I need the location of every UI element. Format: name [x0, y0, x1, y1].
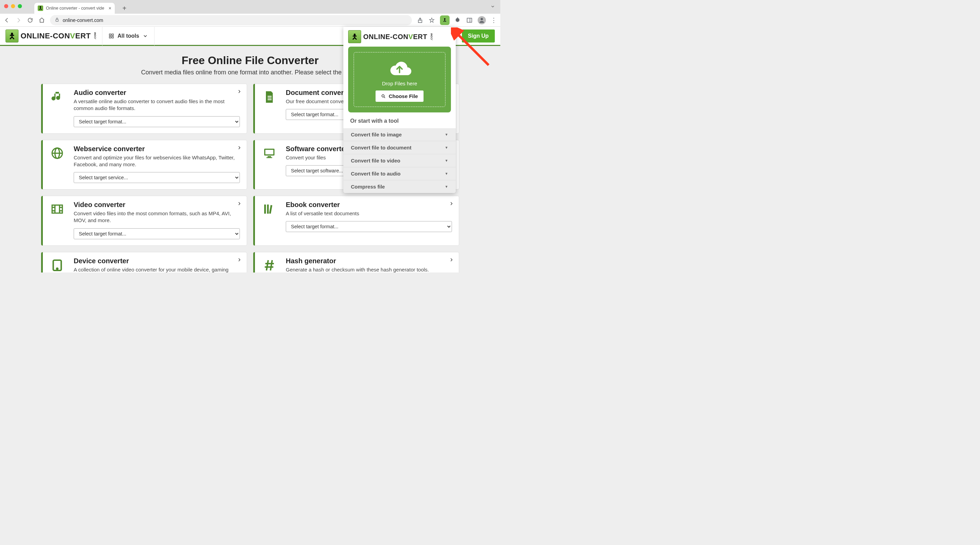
- svg-rect-3: [41, 9, 42, 10]
- forward-button[interactable]: [15, 17, 22, 24]
- target-service-select[interactable]: Select target service...: [74, 172, 240, 183]
- card-desc: A collection of online video converter f…: [74, 266, 240, 273]
- globe-icon: [48, 145, 67, 183]
- converter-card-hash[interactable]: Hash generator Generate a hash or checks…: [253, 252, 459, 273]
- card-title: Hash generator: [286, 257, 452, 265]
- site-logo[interactable]: ONLINE-CONVERT .COM: [5, 29, 97, 43]
- popup-item-image[interactable]: Convert file to image▼: [344, 128, 456, 141]
- caret-down-icon: ▼: [445, 172, 448, 175]
- svg-rect-31: [267, 156, 271, 157]
- svg-line-54: [355, 36, 357, 36]
- svg-line-48: [270, 260, 272, 271]
- card-title: Audio converter: [74, 89, 240, 97]
- card-title: Ebook converter: [286, 201, 452, 209]
- svg-rect-8: [444, 21, 445, 22]
- svg-rect-21: [109, 36, 111, 38]
- tablet-icon: [48, 257, 67, 273]
- window-maximize-button[interactable]: [18, 4, 22, 8]
- extension-popup: ONLINE-CONVERT .COM Drop Files here Choo…: [344, 27, 456, 193]
- svg-rect-7: [444, 19, 445, 21]
- svg-rect-42: [269, 205, 272, 214]
- reload-button[interactable]: [27, 17, 33, 24]
- share-icon[interactable]: [417, 17, 423, 24]
- tabs-overflow-icon[interactable]: [490, 4, 495, 10]
- svg-rect-1: [40, 8, 41, 9]
- lock-icon: [55, 18, 59, 23]
- home-button[interactable]: [38, 17, 45, 24]
- window-controls: [4, 4, 22, 8]
- svg-rect-30: [265, 150, 273, 154]
- converter-card-ebook[interactable]: Ebook converter A list of versatile text…: [253, 196, 459, 246]
- choose-file-button[interactable]: Choose File: [375, 91, 423, 102]
- sidepanel-icon[interactable]: [466, 17, 473, 24]
- card-title: Video converter: [74, 201, 240, 209]
- svg-rect-20: [112, 34, 113, 36]
- svg-point-6: [444, 18, 445, 19]
- new-tab-button[interactable]: +: [119, 3, 129, 13]
- browser-toolbar: online-convert.com ⋮: [0, 14, 500, 27]
- popup-subtitle: Or start with a tool: [344, 117, 456, 128]
- choose-file-label: Choose File: [388, 93, 418, 99]
- svg-line-47: [267, 260, 268, 271]
- logo-suffix: .COM: [94, 32, 97, 40]
- target-format-select[interactable]: Select target format...: [74, 116, 240, 127]
- browser-tab[interactable]: Online converter - convert vide ×: [34, 3, 115, 14]
- popup-tool-list: Convert file to image▼ Convert file to d…: [344, 128, 456, 193]
- music-note-icon: [48, 89, 67, 127]
- svg-line-56: [384, 97, 385, 98]
- converter-card-webservice[interactable]: Webservice converter Convert and optimiz…: [41, 140, 247, 190]
- popup-item-document[interactable]: Convert file to document▼: [344, 141, 456, 154]
- bookmark-star-icon[interactable]: [428, 17, 435, 24]
- svg-point-13: [11, 33, 13, 35]
- svg-rect-23: [267, 96, 272, 97]
- converter-card-video[interactable]: Video converter Convert video files into…: [41, 196, 247, 246]
- dropzone[interactable]: Drop Files here Choose File: [348, 46, 451, 112]
- svg-rect-10: [467, 18, 472, 22]
- profile-avatar-icon[interactable]: [478, 16, 486, 24]
- signup-button[interactable]: Sign Up: [462, 29, 495, 43]
- popup-logo-suffix: .COM: [430, 33, 433, 40]
- back-button[interactable]: [3, 17, 10, 24]
- all-tools-menu[interactable]: All tools: [102, 26, 154, 46]
- address-bar[interactable]: online-convert.com: [50, 15, 412, 25]
- svg-rect-19: [109, 34, 111, 36]
- svg-point-55: [382, 95, 385, 97]
- svg-rect-25: [267, 99, 272, 100]
- svg-rect-41: [267, 205, 269, 214]
- caret-down-icon: ▼: [445, 185, 448, 188]
- svg-rect-2: [39, 9, 40, 10]
- popup-item-audio[interactable]: Convert file to audio▼: [344, 167, 456, 180]
- caret-down-icon: ▼: [445, 133, 448, 136]
- svg-rect-9: [445, 21, 447, 22]
- magnifier-icon: [381, 94, 386, 99]
- target-format-select[interactable]: Select target format...: [286, 221, 452, 232]
- extension-onlineconvert-icon[interactable]: [440, 16, 450, 25]
- window-close-button[interactable]: [4, 4, 8, 8]
- chevron-right-icon: [449, 257, 453, 263]
- monitor-icon: [260, 145, 279, 183]
- chevron-right-icon: [449, 201, 453, 207]
- hash-icon: [260, 257, 279, 273]
- target-format-select[interactable]: Select target format...: [74, 228, 240, 239]
- popup-item-compress[interactable]: Compress file▼: [344, 180, 456, 193]
- extensions-puzzle-icon[interactable]: [454, 17, 461, 24]
- popup-logo-text: ONLINE-CONVERT: [363, 33, 427, 41]
- card-desc: A list of versatile text documents: [286, 210, 452, 217]
- svg-point-0: [40, 6, 41, 8]
- chevron-right-icon: [237, 89, 241, 95]
- favicon-icon: [38, 5, 43, 11]
- svg-line-52: [355, 38, 357, 40]
- logo-text: ONLINE-CONVERT: [21, 32, 91, 40]
- film-icon: [48, 201, 67, 239]
- popup-item-video[interactable]: Convert file to video▼: [344, 154, 456, 167]
- menu-kebab-icon[interactable]: ⋮: [491, 16, 497, 24]
- window-minimize-button[interactable]: [11, 4, 15, 8]
- caret-down-icon: ▼: [445, 159, 448, 163]
- svg-point-12: [481, 18, 483, 20]
- converter-card-device[interactable]: Device converter A collection of online …: [41, 252, 247, 273]
- tab-close-icon[interactable]: ×: [109, 5, 111, 11]
- converter-card-audio[interactable]: Audio converter A versatile online audio…: [41, 84, 247, 134]
- popup-logo: ONLINE-CONVERT .COM: [348, 30, 451, 43]
- svg-line-53: [353, 36, 355, 36]
- logo-icon: [348, 30, 361, 43]
